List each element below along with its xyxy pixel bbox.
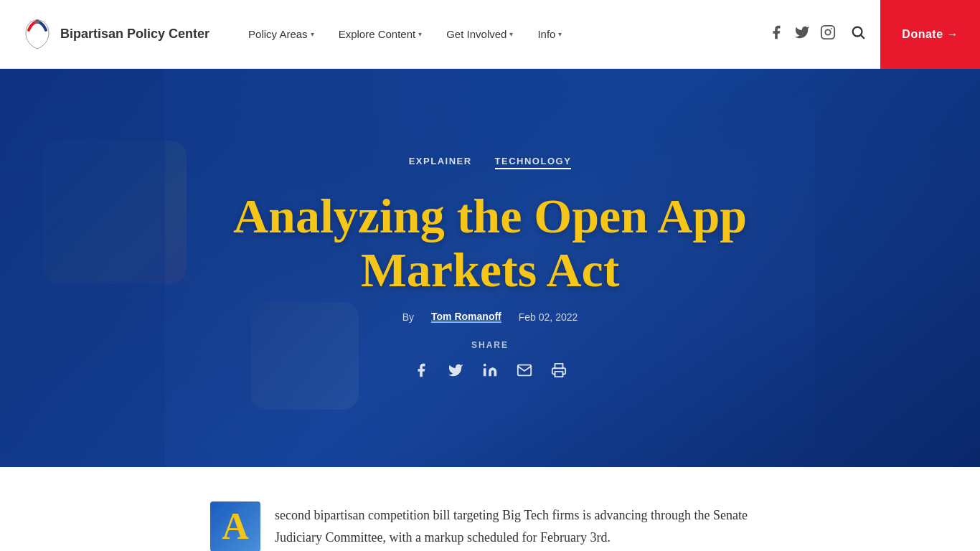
nav-explore-content[interactable]: Explore Content ▾ (329, 22, 433, 46)
hero-section: EXPLAINER TECHNOLOGY Analyzing the Open … (0, 69, 980, 467)
hero-by-label: By (402, 311, 414, 323)
svg-point-2 (826, 29, 831, 34)
chevron-down-icon: ▾ (509, 30, 513, 38)
article-body: A second bipartisan competition bill tar… (182, 467, 798, 551)
social-icons-group (768, 24, 836, 44)
hero-share-label: SHARE (196, 340, 784, 350)
hero-tag-technology[interactable]: TECHNOLOGY (495, 156, 572, 169)
email-share-icon[interactable] (514, 360, 534, 380)
twitter-icon[interactable] (794, 24, 810, 44)
facebook-icon[interactable] (768, 24, 784, 44)
hero-tags: EXPLAINER TECHNOLOGY (196, 156, 784, 169)
nav-get-involved[interactable]: Get Involved ▾ (436, 22, 523, 46)
chevron-down-icon: ▾ (311, 30, 314, 38)
svg-point-0 (35, 19, 39, 24)
search-button[interactable] (850, 24, 866, 44)
chevron-down-icon: ▾ (418, 30, 422, 38)
chevron-down-icon: ▾ (558, 30, 562, 38)
svg-rect-7 (555, 372, 563, 377)
hero-date: Feb 02, 2022 (519, 311, 578, 323)
twitter-share-icon[interactable] (446, 360, 466, 380)
main-nav: Policy Areas ▾ Explore Content ▾ Get Inv… (238, 22, 768, 46)
donate-button[interactable]: Donate → (880, 0, 980, 69)
logo-text: Bipartisan Policy Center (60, 27, 209, 42)
drop-cap-box: A (210, 501, 260, 551)
site-header: Bipartisan Policy Center Policy Areas ▾ … (0, 0, 980, 69)
logo-link[interactable]: Bipartisan Policy Center (23, 17, 209, 52)
nav-policy-areas[interactable]: Policy Areas ▾ (238, 22, 324, 46)
svg-rect-1 (821, 26, 834, 39)
svg-point-6 (484, 364, 486, 367)
article-intro-container: A second bipartisan competition bill tar… (210, 501, 770, 551)
facebook-share-icon[interactable] (411, 360, 431, 380)
hero-content: EXPLAINER TECHNOLOGY Analyzing the Open … (167, 156, 813, 381)
hero-title: Analyzing the Open App Markets Act (196, 189, 784, 297)
hero-tag-explainer[interactable]: EXPLAINER (409, 156, 472, 169)
drop-cap-letter: A (222, 508, 249, 545)
hero-share-icons (196, 360, 784, 380)
hero-meta: By Tom Romanoff Feb 02, 2022 (196, 311, 784, 323)
article-intro-text: second bipartisan competition bill targe… (275, 501, 770, 548)
bpc-logo-icon (23, 17, 52, 52)
hero-author-link[interactable]: Tom Romanoff (431, 311, 501, 323)
header-right: Donate → (768, 0, 957, 69)
linkedin-share-icon[interactable] (480, 360, 500, 380)
nav-info[interactable]: Info ▾ (527, 22, 572, 46)
svg-point-3 (831, 28, 832, 29)
instagram-icon[interactable] (820, 24, 836, 44)
print-share-icon[interactable] (549, 360, 569, 380)
svg-line-5 (862, 35, 864, 38)
